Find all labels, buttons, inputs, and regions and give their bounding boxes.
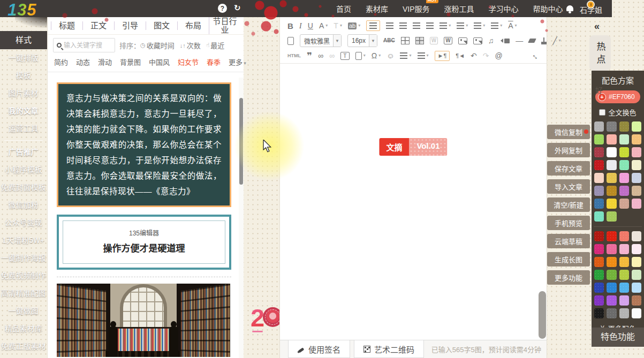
color-swatch[interactable] (607, 121, 616, 132)
highlight-color-button[interactable]: ab (348, 22, 360, 29)
ordered-list-button[interactable] (400, 52, 411, 59)
color-swatch[interactable] (594, 257, 604, 267)
bold-button[interactable]: B (287, 22, 293, 30)
color-swatch[interactable] (619, 283, 629, 293)
sidebar-item[interactable]: 样式 (0, 31, 47, 49)
indent-button[interactable] (426, 22, 434, 29)
insert-music-button[interactable]: ♫ (488, 37, 494, 44)
nav-item[interactable]: 涨粉工具 (444, 3, 474, 14)
color-swatch[interactable] (619, 231, 629, 241)
color-swatch[interactable] (619, 173, 629, 183)
sort-option[interactable]: ☝最近 (206, 40, 225, 50)
nav-item[interactable]: 素材库 (366, 3, 388, 14)
paragraph-spacing-button[interactable] (474, 22, 485, 29)
sidebar-item[interactable]: 一键做图 (0, 302, 47, 320)
sidebar-item[interactable]: 精品素材库 (0, 320, 47, 338)
color-swatch[interactable] (594, 244, 604, 254)
style-card-title[interactable]: 135编辑器 操作方便才是硬道理 (57, 215, 231, 270)
color-swatch[interactable] (619, 244, 629, 254)
text-transform-button[interactable]: A (508, 22, 517, 29)
color-swatch[interactable] (607, 186, 616, 196)
color-swatch[interactable] (619, 199, 629, 209)
outdent-button[interactable] (440, 22, 451, 29)
color-swatch[interactable] (594, 231, 604, 241)
filter-tag[interactable]: 春季 (207, 57, 221, 67)
collapse-arrow[interactable]: « (594, 21, 600, 32)
sidebar-item[interactable]: 小程序模板 (0, 161, 47, 179)
style-tab[interactable]: 标题 (51, 21, 82, 30)
color-swatch[interactable] (632, 186, 641, 196)
color-swatch[interactable] (607, 160, 616, 170)
side-action-button[interactable]: 微信复制 (547, 125, 590, 139)
ltr-paragraph-button[interactable]: ►¶ (435, 51, 450, 61)
color-swatch[interactable] (594, 173, 604, 183)
search-box[interactable] (53, 38, 115, 52)
sidebar-item[interactable]: 一键制作海报 (0, 249, 47, 267)
mention-search-button[interactable]: @ (495, 52, 503, 59)
sidebar-item[interactable]: 模板 (0, 67, 47, 85)
color-swatch[interactable] (619, 270, 629, 280)
color-swatch[interactable] (619, 186, 629, 196)
checkbox-icon[interactable] (599, 109, 605, 116)
color-swatch[interactable] (632, 160, 641, 170)
color-swatch[interactable] (619, 308, 629, 318)
hot-points-tab[interactable]: 热点 (589, 35, 611, 71)
color-swatch[interactable] (619, 121, 629, 132)
align-center-button[interactable] (386, 22, 393, 29)
color-swatch[interactable] (632, 270, 641, 280)
insert-link-button[interactable]: ∞ (318, 52, 323, 59)
text-box-button[interactable]: T (340, 52, 350, 60)
side-action-button[interactable]: 保存文章 (547, 161, 590, 176)
word-import-button[interactable]: W (444, 37, 452, 44)
editor-panel[interactable]: BIUATabA 微软雅黑▼ 16px▼ ABCWW♫—╱ HTML❞∞∞TΩ☺… (279, 17, 547, 358)
color-swatch[interactable] (607, 244, 616, 254)
editor-scrollbar-thumb[interactable] (539, 291, 546, 339)
html-source-button[interactable]: HTML (287, 54, 301, 58)
color-swatch[interactable] (594, 147, 604, 157)
color-swatch[interactable] (632, 173, 641, 183)
color-swatch[interactable] (632, 231, 641, 241)
color-swatch[interactable] (632, 295, 641, 306)
color-swatch[interactable] (607, 147, 616, 157)
filter-tag[interactable]: 背景图 (120, 57, 141, 67)
insert-image-button[interactable] (458, 37, 467, 44)
color-swatch[interactable] (632, 121, 641, 132)
side-action-button[interactable]: 外网复制 (547, 143, 590, 157)
color-swatch[interactable] (594, 270, 604, 280)
align-right-button[interactable] (399, 22, 407, 29)
sidebar-item[interactable]: 1天增粉5W+ (0, 232, 47, 249)
filter-tag[interactable]: 简约 (54, 57, 68, 67)
side-action-button[interactable]: 更多功能 (547, 270, 590, 285)
insert-video-button[interactable] (499, 39, 510, 43)
color-swatch[interactable] (607, 283, 616, 293)
emoji-button[interactable]: ☺ (387, 52, 394, 59)
fullscreen-button[interactable]: ↔ (531, 50, 542, 61)
style-tab[interactable]: 节日行业 (209, 17, 240, 34)
color-swatch[interactable] (607, 199, 616, 209)
color-swatch[interactable] (619, 134, 629, 144)
style-tab[interactable]: 布局 (177, 21, 209, 30)
nav-item[interactable]: 首页 (336, 3, 351, 14)
color-swatch[interactable] (619, 295, 629, 306)
color-swatch[interactable] (632, 199, 641, 209)
filter-tag[interactable]: 滑动 (98, 57, 112, 67)
text-style-button[interactable]: T (334, 22, 342, 29)
sidebar-item[interactable]: 一键排版 (0, 49, 47, 67)
sidebar-item[interactable]: 免费封面模板 (0, 179, 47, 196)
color-swatch[interactable] (632, 283, 641, 293)
italic-button[interactable]: I (299, 22, 302, 30)
new-document-button[interactable] (287, 37, 294, 45)
color-swatch[interactable] (619, 160, 629, 170)
color-swatch[interactable] (594, 211, 604, 222)
unordered-list-button[interactable] (418, 52, 429, 59)
font-family-select[interactable]: 微软雅黑▼ (300, 34, 342, 47)
panel-scrollbar-thumb[interactable] (239, 98, 243, 185)
color-swatch[interactable] (632, 308, 641, 318)
redo-button[interactable]: ↷ (483, 52, 489, 59)
color-swatch[interactable] (607, 173, 616, 183)
color-swatch[interactable] (607, 308, 616, 318)
search-input[interactable] (64, 42, 111, 49)
align-left-button[interactable] (366, 20, 380, 31)
side-action-button[interactable]: 清空/新建 (547, 197, 590, 212)
magic-wand-button[interactable]: ╱ (552, 37, 560, 44)
